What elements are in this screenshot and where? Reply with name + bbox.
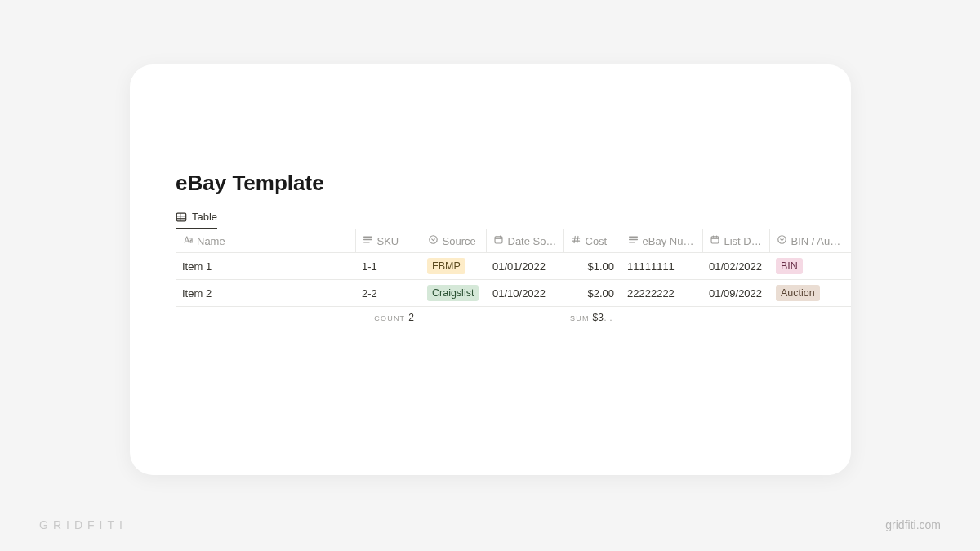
column-header[interactable]: List Date [702,229,769,253]
table-cell[interactable]: FBMP [421,253,486,280]
column-header[interactable]: Name [176,229,355,253]
table-cell[interactable]: 2-2 [355,280,421,307]
svg-line-15 [577,236,577,242]
table-cell[interactable]: Item 1 [176,253,355,280]
column-label: Name [197,235,225,247]
column-header[interactable]: SKU [355,229,421,253]
select-icon [777,234,787,247]
tag-fbmp: FBMP [427,258,466,274]
summary-count[interactable]: COUNT2 [176,307,421,329]
app-card: eBay Template Table NameSKUSourceDate So… [130,64,851,475]
column-header[interactable]: Date Sour... [486,229,564,253]
table-cell[interactable]: 1-1 [355,253,421,280]
table-cell[interactable]: 01/09/2022 [702,280,769,307]
svg-point-23 [777,236,785,243]
view-tab-table[interactable]: Table [176,211,217,229]
table-cell[interactable]: 01/01/2022 [486,253,564,280]
page-title[interactable]: eBay Template [176,171,805,196]
column-label: SKU [377,235,399,247]
table-cell[interactable]: $1.00 [564,253,621,280]
table-cell[interactable]: Auction [769,280,851,307]
tag-auction: Auction [776,285,820,301]
select-icon [428,234,439,247]
table-cell[interactable]: Craigslist [421,280,486,307]
column-label: BIN / Auction [791,235,845,247]
watermark-logo: GRIDFITI [39,518,127,531]
svg-line-14 [574,236,575,242]
column-label: eBay Numb... [643,235,696,247]
column-label: Cost [586,235,608,247]
text-icon [628,234,639,247]
table-cell[interactable]: 01/10/2022 [486,280,564,307]
svg-rect-19 [711,237,719,243]
watermark-url: gridfiti.com [885,518,941,531]
tag-bin: BIN [776,258,803,274]
summary-sum[interactable]: SUM$3.00 [564,307,621,329]
table-header-row: NameSKUSourceDate Sour...CosteBay Numb..… [176,229,851,253]
column-label: Date Sour... [508,235,557,247]
svg-point-7 [429,236,436,243]
table-summary-row: COUNT2 SUM$3.00 [176,307,851,329]
text-icon [363,234,373,247]
svg-rect-8 [495,237,502,243]
column-header[interactable]: BIN / Auction [769,229,851,253]
title-icon [182,234,193,247]
table-cell[interactable]: Item 2 [176,280,355,307]
number-icon [571,234,581,247]
column-label: Source [443,235,476,247]
column-header[interactable]: Source [421,229,486,253]
table-cell[interactable]: 01/02/2022 [702,253,769,280]
date-icon [493,234,504,247]
date-icon [710,234,720,247]
table-cell[interactable]: 11111111 [621,253,702,280]
table-cell[interactable]: BIN [769,253,851,280]
table-row[interactable]: Item 22-2Craigslist01/10/2022$2.00222222… [176,280,851,307]
table-icon [176,211,187,223]
table-cell[interactable]: $2.00 [564,280,621,307]
page-content: eBay Template Table NameSKUSourceDate So… [130,64,851,328]
svg-rect-0 [176,213,185,221]
column-header[interactable]: Cost [564,229,621,253]
column-label: List Date [724,235,763,247]
view-tab-label: Table [192,211,217,223]
database-table: NameSKUSourceDate Sour...CosteBay Numb..… [176,229,851,328]
table-row[interactable]: Item 11-1FBMP01/01/2022$1.001111111101/0… [176,253,851,280]
table-cell[interactable]: 22222222 [621,280,702,307]
tag-craigslist: Craigslist [427,285,479,301]
column-header[interactable]: eBay Numb... [621,229,702,253]
